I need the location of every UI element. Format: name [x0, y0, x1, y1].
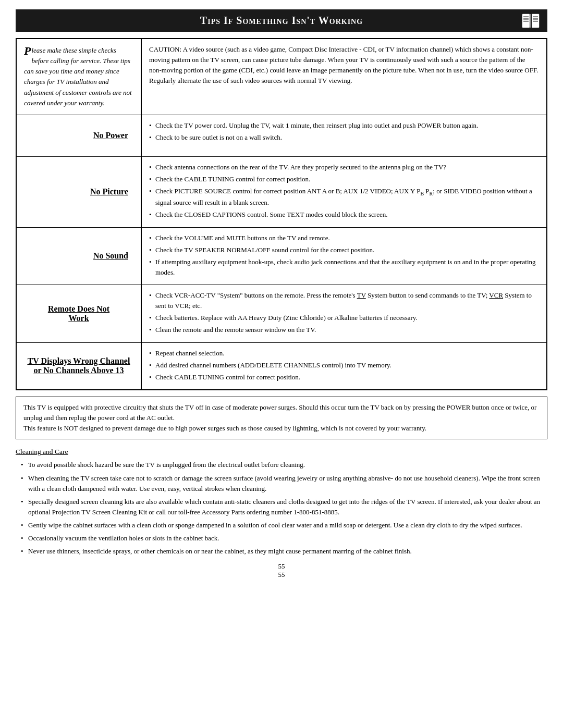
list-item: Specially designed screen cleaning kits …	[21, 497, 547, 517]
intro-panel: Please make these simple checks before c…	[17, 39, 142, 115]
no-picture-row: No Picture Check antenna connections on …	[17, 156, 546, 227]
caution-text: CAUTION: A video source (such as a video…	[142, 39, 546, 115]
power-surge-text: This TV is equipped with protective circ…	[23, 402, 540, 434]
list-item: Check antenna connections on the rear of…	[149, 162, 539, 172]
cleaning-section: Cleaning and Care To avoid possible shoc…	[16, 447, 547, 557]
list-item: Check to be sure outlet is not on a wall…	[149, 132, 539, 143]
list-item: Check the TV SPEAKER NORMAL/OFF sound co…	[149, 245, 539, 255]
no-power-title: No Power	[24, 131, 133, 140]
no-sound-row: No Sound Check the VOLUME and MUTE butto…	[17, 227, 546, 285]
list-item: Check the VOLUME and MUTE buttons on the…	[149, 233, 539, 243]
remote-title: Remote Does NotWork	[24, 304, 133, 323]
channel-row: TV Displays Wrong Channel or No Channels…	[17, 342, 546, 389]
no-sound-list: Check the VOLUME and MUTE buttons on the…	[149, 233, 539, 278]
no-power-row: No Power Check the TV power cord. Unplug…	[17, 115, 546, 156]
list-item: Never use thinners, insecticide sprays, …	[21, 546, 547, 557]
no-sound-label: No Sound	[17, 228, 142, 285]
no-power-label: No Power	[17, 115, 142, 156]
cleaning-list: To avoid possible shock hazard be sure t…	[16, 460, 547, 557]
cleaning-title: Cleaning and Care	[16, 447, 547, 458]
no-picture-label: No Picture	[17, 157, 142, 227]
remote-row: Remote Does NotWork Check VCR-ACC-TV "Sy…	[17, 285, 546, 342]
power-surge-box: This TV is equipped with protective circ…	[16, 397, 547, 439]
book-icon	[521, 13, 540, 29]
no-power-details: Check the TV power cord. Unplug the TV, …	[142, 115, 546, 156]
list-item: Clean the remote and the remote sensor w…	[149, 325, 539, 335]
svg-rect-0	[522, 14, 530, 28]
intro-text: Please make these simple checks before c…	[24, 45, 133, 108]
list-item: Check batteries. Replace with AA Heavy D…	[149, 313, 539, 323]
list-item: To avoid possible shock hazard be sure t…	[21, 460, 547, 470]
channel-label: TV Displays Wrong Channel or No Channels…	[17, 343, 142, 389]
main-tips-table: Please make these simple checks before c…	[16, 38, 547, 390]
channel-details: Repeat channel selection. Add desired ch…	[142, 343, 546, 389]
no-sound-title: No Sound	[24, 251, 133, 261]
no-picture-title: No Picture	[24, 187, 133, 196]
channel-title: TV Displays Wrong Channel or No Channels…	[24, 356, 133, 375]
no-sound-details: Check the VOLUME and MUTE buttons on the…	[142, 228, 546, 285]
svg-rect-1	[532, 14, 539, 28]
remote-details: Check VCR-ACC-TV "System" buttons on the…	[142, 285, 546, 342]
list-item: Check the TV power cord. Unplug the TV, …	[149, 120, 539, 131]
list-item: Occasionally vacuum the ventilation hole…	[21, 533, 547, 544]
intro-row: Please make these simple checks before c…	[17, 39, 546, 115]
list-item: Check the CABLE TUNING control for corre…	[149, 174, 539, 184]
page-number: 55 55	[0, 562, 563, 579]
drop-cap: P	[24, 45, 31, 57]
list-item: Check VCR-ACC-TV "System" buttons on the…	[149, 290, 539, 311]
list-item: If attempting auxiliary equipment hook-u…	[149, 257, 539, 278]
list-item: Repeat channel selection.	[149, 348, 539, 359]
no-power-list: Check the TV power cord. Unplug the TV, …	[149, 120, 539, 143]
list-item: Gently wipe the cabinet surfaces with a …	[21, 520, 547, 530]
list-item: Check the CLOSED CAPTIONS control. Some …	[149, 209, 539, 220]
page-header: Tips If Something Isn't Working	[16, 9, 547, 32]
list-item: Check PICTURE SOURCE control for correct…	[149, 186, 539, 208]
channel-list: Repeat channel selection. Add desired ch…	[149, 348, 539, 382]
no-picture-list: Check antenna connections on the rear of…	[149, 162, 539, 220]
list-item: When cleaning the TV screen take care no…	[21, 473, 547, 494]
list-item: Check CABLE TUNING control for correct p…	[149, 372, 539, 382]
list-item: Add desired channel numbers (ADD/DELETE …	[149, 360, 539, 371]
no-picture-details: Check antenna connections on the rear of…	[142, 157, 546, 227]
remote-list: Check VCR-ACC-TV "System" buttons on the…	[149, 290, 539, 336]
remote-label: Remote Does NotWork	[17, 285, 142, 342]
page-title: Tips If Something Isn't Working	[200, 15, 363, 27]
